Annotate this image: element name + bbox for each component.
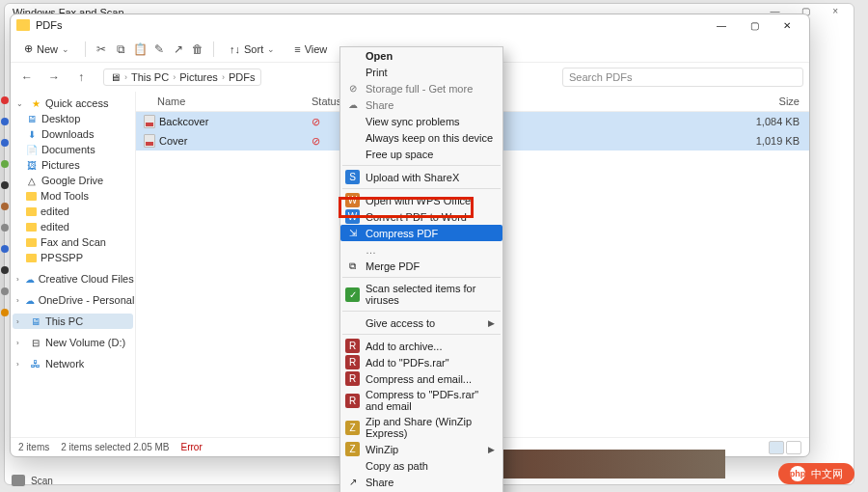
- selection-info: 2 items selected 2.05 MB: [61, 442, 169, 452]
- menu-compress-pdfs-email[interactable]: RCompress to "PDFs.rar" and email: [340, 387, 502, 414]
- breadcrumb[interactable]: 🖥 › This PC › Pictures › PDFs: [103, 68, 261, 86]
- menu-compress-pdf[interactable]: ⇲Compress PDF: [340, 225, 502, 241]
- paste-icon[interactable]: 📋: [132, 41, 148, 57]
- maximize-button[interactable]: ▢: [738, 15, 771, 35]
- menu-add-pdfs-rar[interactable]: RAdd to "PDFs.rar": [340, 354, 502, 370]
- sidebar-item-creative-cloud[interactable]: ›☁Creative Cloud Files: [13, 271, 133, 287]
- sidebar-quick-access[interactable]: ⌄★Quick access: [13, 96, 133, 111]
- sidebar-item-network[interactable]: ›🖧Network: [13, 356, 133, 371]
- close-button[interactable]: ✕: [771, 15, 803, 35]
- forward-button[interactable]: →: [43, 67, 65, 88]
- menu-sharex[interactable]: SUpload with ShareX: [340, 169, 502, 185]
- view-button[interactable]: ≡ View: [286, 41, 335, 58]
- pdf-icon: [144, 115, 155, 128]
- menu-merge-pdf[interactable]: ⧉Merge PDF: [340, 258, 502, 274]
- sort-icon: ↑↓: [230, 43, 240, 55]
- cut-icon[interactable]: ✂: [94, 41, 109, 57]
- folder-icon: [16, 19, 30, 31]
- sort-button[interactable]: ↑↓ Sort ⌄: [222, 41, 283, 58]
- menu-view-sync[interactable]: View sync problems: [340, 113, 502, 129]
- menu-give-access[interactable]: Give access to▶: [340, 314, 502, 331]
- menu-add-archive[interactable]: RAdd to archive...: [340, 338, 502, 354]
- search-input[interactable]: Search PDFs: [562, 68, 803, 87]
- back-button[interactable]: ←: [16, 67, 38, 88]
- bg-nav-item[interactable]: Scan: [12, 475, 53, 486]
- pc-icon: 🖥: [110, 71, 121, 83]
- rename-icon[interactable]: ✎: [151, 41, 167, 57]
- watermark: php 中文网: [778, 463, 854, 484]
- menu-storage-full[interactable]: ⊘Storage full - Get more: [340, 80, 502, 96]
- thumbnails-view-button[interactable]: [786, 441, 801, 454]
- sidebar-item-edited[interactable]: edited: [13, 204, 133, 219]
- plus-icon: ⊕: [24, 42, 33, 55]
- menu-free-up[interactable]: Free up space: [340, 146, 502, 162]
- sidebar-item-desktop[interactable]: 🖥Desktop: [13, 111, 133, 126]
- chevron-down-icon: ⌄: [62, 44, 69, 54]
- sidebar-item-fax-scan[interactable]: Fax and Scan: [13, 234, 133, 250]
- menu-compress-email[interactable]: RCompress and email...: [340, 370, 502, 387]
- sidebar-item-google-drive[interactable]: △Google Drive: [13, 173, 133, 188]
- pdf-icon: [144, 134, 155, 148]
- new-button[interactable]: ⊕ New ⌄: [16, 40, 77, 58]
- item-count: 2 items: [18, 442, 49, 452]
- context-menu: Open Print ⊘Storage full - Get more ☁Sha…: [339, 46, 503, 492]
- details-view-button[interactable]: [769, 441, 784, 454]
- col-name[interactable]: Name: [157, 96, 312, 107]
- sidebar-item-downloads[interactable]: ⬇Downloads: [13, 126, 133, 142]
- delete-icon[interactable]: 🗑: [190, 41, 205, 57]
- sidebar-item-this-pc[interactable]: ›🖥This PC: [13, 314, 133, 329]
- menu-wps[interactable]: WOpen with WPS Office: [340, 192, 502, 208]
- scan-icon: [12, 475, 25, 486]
- titlebar[interactable]: PDFs — ▢ ✕: [11, 14, 809, 36]
- edge-icons: [1, 96, 9, 316]
- menu-open[interactable]: Open: [340, 47, 502, 64]
- share-icon[interactable]: ↗: [171, 41, 186, 57]
- col-size[interactable]: Size: [732, 96, 800, 107]
- window-title: PDFs: [36, 19, 63, 31]
- status-error: Error: [181, 442, 203, 452]
- menu-convert-word[interactable]: WConvert PDF to Word: [340, 208, 502, 225]
- sidebar-item-mod-tools[interactable]: Mod Tools: [13, 188, 133, 204]
- chevron-down-icon: ⌄: [267, 44, 275, 54]
- menu-share-onedrive[interactable]: ☁Share: [340, 96, 502, 113]
- sidebar-item-onedrive[interactable]: ›☁OneDrive - Personal: [13, 292, 133, 308]
- menu-scan-virus[interactable]: ✓Scan selected items for viruses: [340, 281, 502, 308]
- view-icon: ≡: [294, 43, 300, 55]
- nav-sidebar[interactable]: ⌄★Quick access 🖥Desktop ⬇Downloads 📄Docu…: [11, 92, 136, 437]
- sidebar-item-ppsspp[interactable]: PPSSPP: [13, 250, 133, 265]
- sidebar-item-new-volume[interactable]: ›⊟New Volume (D:): [13, 335, 133, 350]
- menu-copy-path[interactable]: Copy as path: [340, 457, 502, 474]
- sidebar-item-edited-2[interactable]: edited: [13, 219, 133, 234]
- menu-print[interactable]: Print: [340, 64, 502, 80]
- menu-truncated: …: [340, 241, 502, 258]
- sidebar-item-documents[interactable]: 📄Documents: [13, 142, 133, 157]
- sidebar-item-pictures[interactable]: 🖼Pictures: [13, 157, 133, 173]
- copy-icon[interactable]: ⧉: [113, 41, 128, 57]
- up-button[interactable]: ↑: [70, 67, 92, 88]
- minimize-button[interactable]: —: [705, 15, 738, 35]
- menu-share[interactable]: ↗Share: [340, 474, 502, 490]
- menu-always-keep[interactable]: Always keep on this device: [340, 129, 502, 146]
- menu-zip-share[interactable]: ZZip and Share (WinZip Express): [340, 414, 502, 441]
- menu-winzip[interactable]: ZWinZip▶: [340, 441, 502, 457]
